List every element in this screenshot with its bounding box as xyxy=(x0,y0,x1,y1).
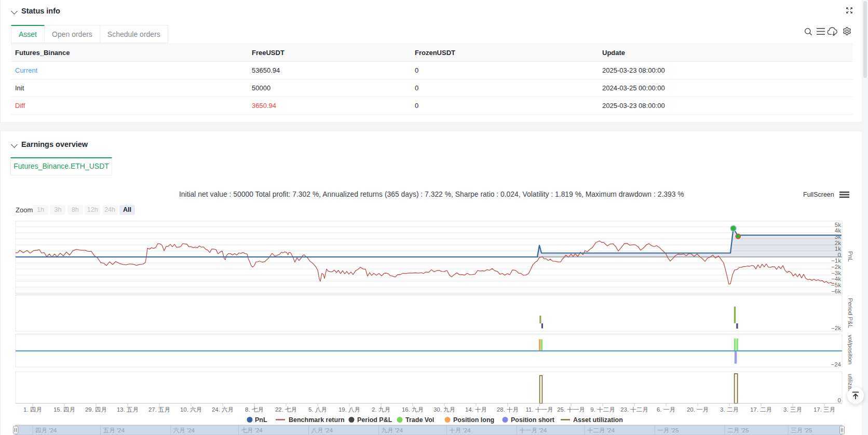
svg-text:4k: 4k xyxy=(835,227,841,234)
svg-text:十月 '24: 十月 '24 xyxy=(449,427,471,433)
svg-text:2k: 2k xyxy=(835,240,841,246)
svg-text:Period P&L: Period P&L xyxy=(847,298,853,329)
svg-text:−3k: −3k xyxy=(831,270,841,276)
svg-text:2. 九月: 2. 九月 xyxy=(372,406,390,413)
svg-text:5. 八月: 5. 八月 xyxy=(308,406,327,413)
svg-text:九月 '24: 九月 '24 xyxy=(382,427,403,433)
svg-text:Asset utilization: Asset utilization xyxy=(573,416,623,424)
svg-text:十一月 '24: 十一月 '24 xyxy=(519,427,547,433)
svg-text:五月 '24: 五月 '24 xyxy=(103,427,125,433)
svg-text:17. 三月: 17. 三月 xyxy=(813,406,835,413)
svg-text:16. 九月: 16. 九月 xyxy=(402,406,424,413)
svg-text:四月 '24: 四月 '24 xyxy=(35,427,57,433)
svg-text:−2k: −2k xyxy=(831,325,841,331)
svg-text:Position short: Position short xyxy=(511,416,555,424)
svg-text:十二月 '24: 十二月 '24 xyxy=(587,427,615,433)
svg-text:22. 七月: 22. 七月 xyxy=(275,406,297,413)
svg-text:一月 '25: 一月 '25 xyxy=(657,427,679,433)
svg-text:8. 七月: 8. 七月 xyxy=(245,406,264,413)
svg-text:10. 六月: 10. 六月 xyxy=(180,406,202,413)
svg-text:3. 二月: 3. 二月 xyxy=(720,406,739,413)
svg-text:25. 十一月: 25. 十一月 xyxy=(557,406,585,413)
svg-text:13. 五月: 13. 五月 xyxy=(117,406,139,413)
svg-text:PnL: PnL xyxy=(255,416,267,424)
svg-text:−4k: −4k xyxy=(831,276,841,282)
svg-text:3. 三月: 3. 三月 xyxy=(783,406,802,413)
svg-text:17. 二月: 17. 二月 xyxy=(750,406,772,413)
svg-text:−5k: −5k xyxy=(831,282,841,288)
svg-text:三月 '25: 三月 '25 xyxy=(791,427,812,433)
svg-text:11. 十一月: 11. 十一月 xyxy=(526,406,553,413)
svg-text:vol/position: vol/position xyxy=(847,335,853,365)
svg-text:30. 九月: 30. 九月 xyxy=(433,406,455,413)
svg-text:9. 十二月: 9. 十二月 xyxy=(590,406,615,413)
svg-text:23. 十二月: 23. 十二月 xyxy=(620,406,648,413)
svg-text:24. 六月: 24. 六月 xyxy=(212,406,234,413)
svg-text:−6k: −6k xyxy=(831,288,841,294)
svg-text:Benchmark return: Benchmark return xyxy=(289,416,345,424)
svg-text:−2k: −2k xyxy=(831,264,841,270)
svg-text:5k: 5k xyxy=(835,222,841,228)
svg-text:27. 五月: 27. 五月 xyxy=(148,406,170,413)
svg-text:七月 '24: 七月 '24 xyxy=(241,427,263,433)
svg-text:Trade Vol: Trade Vol xyxy=(405,416,434,424)
svg-text:6. 一月: 6. 一月 xyxy=(657,406,675,413)
svg-text:15. 四月: 15. 四月 xyxy=(53,406,75,413)
svg-text:六月 '24: 六月 '24 xyxy=(173,427,195,433)
svg-text:3k: 3k xyxy=(835,234,841,240)
svg-text:29. 四月: 29. 四月 xyxy=(85,406,107,413)
svg-text:Period P&L: Period P&L xyxy=(357,416,392,424)
svg-text:PnL: PnL xyxy=(847,251,853,262)
svg-text:0: 0 xyxy=(838,252,841,258)
svg-text:八月 '24: 八月 '24 xyxy=(311,427,333,433)
svg-text:20. 一月: 20. 一月 xyxy=(687,406,709,413)
svg-text:19. 八月: 19. 八月 xyxy=(338,406,360,413)
svg-text:1. 四月: 1. 四月 xyxy=(23,406,42,413)
svg-text:1k: 1k xyxy=(835,246,841,252)
svg-text:14. 十月: 14. 十月 xyxy=(465,406,487,413)
svg-text:28. 十月: 28. 十月 xyxy=(497,406,519,413)
svg-text:−24: −24 xyxy=(831,361,841,368)
svg-text:二月 '25: 二月 '25 xyxy=(727,427,749,433)
svg-text:0: 0 xyxy=(838,397,841,403)
svg-text:−1k: −1k xyxy=(831,257,841,264)
svg-text:Position long: Position long xyxy=(453,416,494,424)
